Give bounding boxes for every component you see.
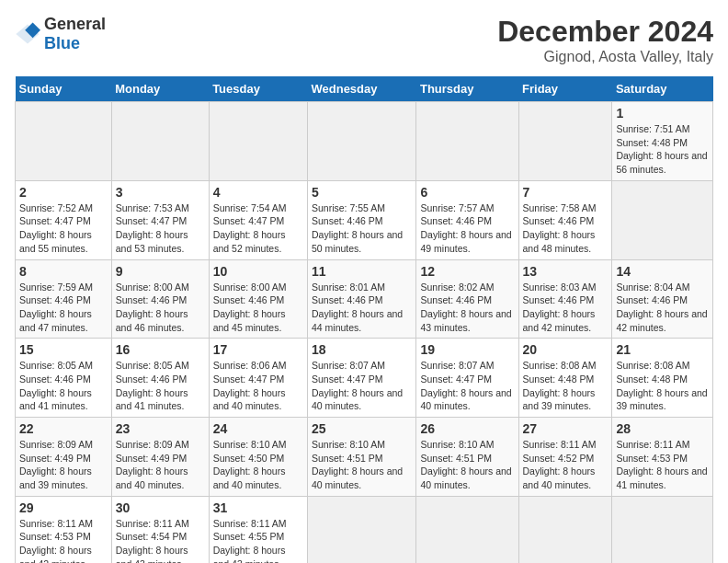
calendar-cell: 28 Sunrise: 8:11 AMSunset: 4:53 PMDaylig… — [612, 418, 713, 497]
day-info: Sunrise: 8:07 AMSunset: 4:47 PMDaylight:… — [312, 360, 403, 411]
day-number: 9 — [116, 264, 205, 279]
day-info: Sunrise: 8:11 AMSunset: 4:54 PMDaylight:… — [116, 518, 189, 563]
calendar-cell — [518, 496, 612, 563]
day-info: Sunrise: 7:58 AMSunset: 4:46 PMDaylight:… — [523, 202, 597, 254]
main-title: December 2024 — [497, 15, 713, 49]
day-number: 3 — [116, 185, 205, 200]
day-info: Sunrise: 8:05 AMSunset: 4:46 PMDaylight:… — [116, 360, 189, 411]
calendar-cell: 27 Sunrise: 8:11 AMSunset: 4:52 PMDaylig… — [518, 418, 612, 497]
calendar-cell — [612, 496, 713, 563]
day-number: 25 — [312, 421, 412, 436]
calendar-cell: 30 Sunrise: 8:11 AMSunset: 4:54 PMDaylig… — [111, 496, 209, 563]
logo-general: General — [44, 15, 106, 33]
calendar-cell — [307, 496, 415, 563]
calendar-header-row: SundayMondayTuesdayWednesdayThursdayFrid… — [16, 76, 713, 102]
calendar-week-row: 8 Sunrise: 7:59 AMSunset: 4:46 PMDayligh… — [16, 259, 713, 339]
day-number: 31 — [213, 500, 303, 515]
calendar-week-row: 2 Sunrise: 7:52 AMSunset: 4:47 PMDayligh… — [16, 180, 713, 259]
calendar-cell: 2 Sunrise: 7:52 AMSunset: 4:47 PMDayligh… — [16, 180, 112, 259]
day-info: Sunrise: 8:00 AMSunset: 4:46 PMDaylight:… — [116, 282, 189, 333]
day-info: Sunrise: 8:08 AMSunset: 4:48 PMDaylight:… — [523, 360, 597, 411]
day-number: 13 — [523, 264, 609, 279]
day-info: Sunrise: 7:54 AMSunset: 4:47 PMDaylight:… — [213, 202, 287, 254]
calendar-week-row: 1 Sunrise: 7:51 AMSunset: 4:48 PMDayligh… — [16, 102, 713, 181]
calendar-cell — [612, 180, 713, 259]
calendar-cell: 12 Sunrise: 8:02 AMSunset: 4:46 PMDaylig… — [416, 259, 518, 339]
title-block: December 2024 Gignod, Aosta Valley, Ital… — [497, 15, 713, 65]
calendar-header-monday: Monday — [111, 76, 209, 102]
calendar-cell: 20 Sunrise: 8:08 AMSunset: 4:48 PMDaylig… — [518, 339, 612, 418]
logo-text: General Blue — [44, 15, 106, 53]
day-info: Sunrise: 8:10 AMSunset: 4:50 PMDaylight:… — [213, 439, 287, 490]
day-info: Sunrise: 8:02 AMSunset: 4:46 PMDaylight:… — [420, 282, 511, 333]
calendar-header-sunday: Sunday — [16, 76, 112, 102]
day-number: 18 — [312, 342, 412, 357]
day-info: Sunrise: 7:51 AMSunset: 4:48 PMDaylight:… — [616, 123, 707, 175]
calendar-header-friday: Friday — [518, 76, 612, 102]
calendar-cell: 4 Sunrise: 7:54 AMSunset: 4:47 PMDayligh… — [209, 180, 307, 259]
day-number: 26 — [420, 421, 514, 436]
day-info: Sunrise: 7:59 AMSunset: 4:46 PMDaylight:… — [19, 282, 93, 333]
day-info: Sunrise: 8:04 AMSunset: 4:46 PMDaylight:… — [616, 282, 707, 333]
day-number: 20 — [523, 342, 609, 357]
day-number: 6 — [420, 185, 514, 200]
calendar-cell: 31 Sunrise: 8:11 AMSunset: 4:55 PMDaylig… — [209, 496, 307, 563]
calendar-header-saturday: Saturday — [612, 76, 713, 102]
calendar-cell: 15 Sunrise: 8:05 AMSunset: 4:46 PMDaylig… — [16, 339, 112, 418]
calendar-cell: 19 Sunrise: 8:07 AMSunset: 4:47 PMDaylig… — [416, 339, 518, 418]
calendar-cell: 6 Sunrise: 7:57 AMSunset: 4:46 PMDayligh… — [416, 180, 518, 259]
day-number: 11 — [312, 264, 412, 279]
logo: General Blue — [15, 15, 106, 53]
calendar-cell: 23 Sunrise: 8:09 AMSunset: 4:49 PMDaylig… — [111, 418, 209, 497]
day-number: 29 — [19, 500, 108, 515]
calendar-cell: 9 Sunrise: 8:00 AMSunset: 4:46 PMDayligh… — [111, 259, 209, 339]
calendar-cell: 22 Sunrise: 8:09 AMSunset: 4:49 PMDaylig… — [16, 418, 112, 497]
day-number: 28 — [616, 421, 709, 436]
calendar-cell: 21 Sunrise: 8:08 AMSunset: 4:48 PMDaylig… — [612, 339, 713, 418]
day-info: Sunrise: 8:11 AMSunset: 4:53 PMDaylight:… — [616, 439, 707, 490]
calendar-cell: 14 Sunrise: 8:04 AMSunset: 4:46 PMDaylig… — [612, 259, 713, 339]
day-number: 12 — [420, 264, 514, 279]
calendar-cell — [416, 102, 518, 181]
calendar-cell — [307, 102, 415, 181]
calendar-cell: 11 Sunrise: 8:01 AMSunset: 4:46 PMDaylig… — [307, 259, 415, 339]
logo-icon — [15, 21, 40, 47]
calendar-week-row: 15 Sunrise: 8:05 AMSunset: 4:46 PMDaylig… — [16, 339, 713, 418]
day-info: Sunrise: 7:57 AMSunset: 4:46 PMDaylight:… — [420, 202, 511, 254]
calendar-cell: 25 Sunrise: 8:10 AMSunset: 4:51 PMDaylig… — [307, 418, 415, 497]
day-number: 27 — [523, 421, 609, 436]
calendar-cell: 26 Sunrise: 8:10 AMSunset: 4:51 PMDaylig… — [416, 418, 518, 497]
day-number: 7 — [523, 185, 609, 200]
calendar-cell: 24 Sunrise: 8:10 AMSunset: 4:50 PMDaylig… — [209, 418, 307, 497]
calendar-cell: 5 Sunrise: 7:55 AMSunset: 4:46 PMDayligh… — [307, 180, 415, 259]
calendar-week-row: 29 Sunrise: 8:11 AMSunset: 4:53 PMDaylig… — [16, 496, 713, 563]
day-info: Sunrise: 8:11 AMSunset: 4:53 PMDaylight:… — [19, 518, 93, 563]
day-info: Sunrise: 7:55 AMSunset: 4:46 PMDaylight:… — [312, 202, 403, 254]
day-number: 2 — [19, 185, 108, 200]
day-info: Sunrise: 8:01 AMSunset: 4:46 PMDaylight:… — [312, 282, 403, 333]
day-number: 23 — [116, 421, 205, 436]
calendar-cell: 16 Sunrise: 8:05 AMSunset: 4:46 PMDaylig… — [111, 339, 209, 418]
day-number: 4 — [213, 185, 303, 200]
day-info: Sunrise: 7:52 AMSunset: 4:47 PMDaylight:… — [19, 202, 93, 254]
day-number: 5 — [312, 185, 412, 200]
calendar-week-row: 22 Sunrise: 8:09 AMSunset: 4:49 PMDaylig… — [16, 418, 713, 497]
day-number: 22 — [19, 421, 108, 436]
day-info: Sunrise: 8:10 AMSunset: 4:51 PMDaylight:… — [420, 439, 511, 490]
calendar-cell: 1 Sunrise: 7:51 AMSunset: 4:48 PMDayligh… — [612, 102, 713, 181]
calendar-header-tuesday: Tuesday — [209, 76, 307, 102]
calendar-cell — [416, 496, 518, 563]
calendar-cell: 17 Sunrise: 8:06 AMSunset: 4:47 PMDaylig… — [209, 339, 307, 418]
day-info: Sunrise: 8:11 AMSunset: 4:52 PMDaylight:… — [523, 439, 597, 490]
calendar-cell — [16, 102, 112, 181]
calendar-header-wednesday: Wednesday — [307, 76, 415, 102]
day-number: 30 — [116, 500, 205, 515]
day-number: 8 — [19, 264, 108, 279]
day-number: 21 — [616, 342, 709, 357]
day-info: Sunrise: 8:09 AMSunset: 4:49 PMDaylight:… — [19, 439, 93, 490]
day-number: 24 — [213, 421, 303, 436]
day-number: 16 — [116, 342, 205, 357]
day-info: Sunrise: 8:03 AMSunset: 4:46 PMDaylight:… — [523, 282, 597, 333]
day-info: Sunrise: 8:09 AMSunset: 4:49 PMDaylight:… — [116, 439, 189, 490]
day-info: Sunrise: 8:07 AMSunset: 4:47 PMDaylight:… — [420, 360, 511, 411]
